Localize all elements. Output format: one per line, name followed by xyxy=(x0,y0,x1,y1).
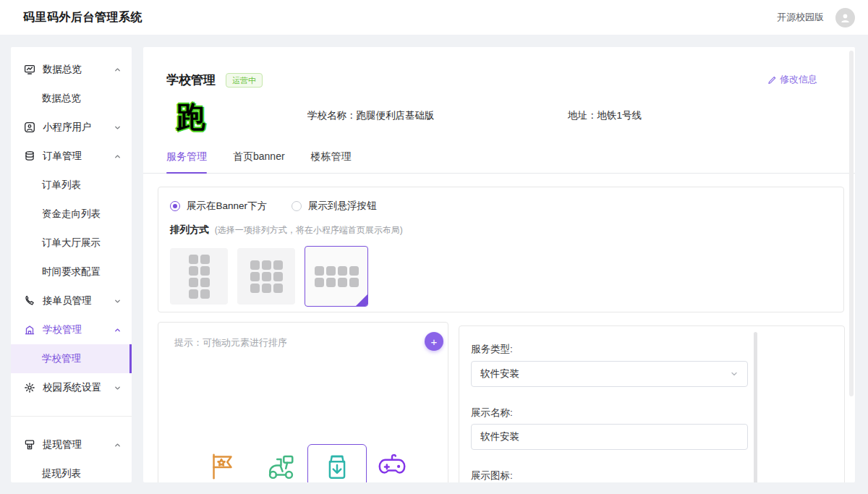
sidebar-item-7[interactable]: 提现管理 xyxy=(11,430,132,459)
grid-cell xyxy=(250,284,260,293)
radio-dot xyxy=(170,201,180,211)
chevron-down-icon xyxy=(114,124,122,132)
sidebar-item-label: 学校管理 xyxy=(43,323,114,336)
grid-cell xyxy=(200,289,210,299)
sidebar-item-1[interactable]: 小程序用户 xyxy=(11,113,132,142)
display-option-box: 展示在Banner下方展示到悬浮按钮 排列方式 (选择一项排列方式，将在小程序端… xyxy=(158,187,844,312)
radio-option-0[interactable]: 展示在Banner下方 xyxy=(170,200,267,213)
service-form: 服务类型: 软件安装 展示名称: 软件安装 展示图标: xyxy=(459,325,845,482)
layout-option-2x4[interactable] xyxy=(170,248,228,305)
grid-cell xyxy=(200,255,210,264)
tab-2[interactable]: 楼栋管理 xyxy=(311,150,352,173)
grid-cell xyxy=(262,284,271,293)
grid-cell xyxy=(262,260,271,270)
grid-cell xyxy=(189,289,198,299)
grid-cell xyxy=(250,272,260,281)
sidebar-subitem[interactable]: 时间要求配置 xyxy=(11,257,132,286)
tab-0[interactable]: 服务管理 xyxy=(166,150,207,173)
sidebar-subitem[interactable]: 订单列表 xyxy=(11,171,132,200)
settings-icon xyxy=(24,382,35,393)
miniprogram-user-icon xyxy=(24,122,35,133)
layout-grid-preview xyxy=(189,255,210,299)
grid-cell xyxy=(338,266,347,276)
sidebar-subitem[interactable]: 数据总览 xyxy=(11,84,132,113)
display-icon-label: 展示图标: xyxy=(471,469,513,482)
courier-icon xyxy=(24,295,35,307)
user-icon xyxy=(839,12,851,24)
data-overview-icon xyxy=(24,64,35,75)
sidebar-item-2[interactable]: 订单管理 xyxy=(11,142,132,171)
sidebar-item-5[interactable]: 校园系统设置 xyxy=(11,373,132,402)
school-name: 学校名称：跑腿便利店基础版 xyxy=(307,109,435,122)
chevron-up-icon xyxy=(114,66,122,74)
sidebar-subitem[interactable]: 学校管理 xyxy=(11,344,132,373)
grid-cell xyxy=(273,272,283,281)
grid-cell xyxy=(189,255,198,264)
chevron-down-icon xyxy=(114,384,122,392)
grid-cell xyxy=(200,266,210,276)
school-logo: 跑 xyxy=(174,99,208,134)
chevron-up-icon xyxy=(114,326,122,334)
service-type-select[interactable]: 软件安装 xyxy=(471,361,748,387)
sidebar-subitem[interactable]: 提现列表 xyxy=(11,459,132,482)
sort-panel: 提示：可拖动元素进行排序 + xyxy=(158,322,448,482)
grid-cell xyxy=(349,278,359,287)
sidebar-divider xyxy=(11,416,132,417)
sidebar-item-3[interactable]: 接单员管理 xyxy=(11,286,132,315)
display-name-input[interactable]: 软件安装 xyxy=(471,424,748,450)
sidebar-item-label: 小程序用户 xyxy=(43,121,114,134)
withdraw-icon xyxy=(24,439,35,451)
grid-cell xyxy=(326,278,336,287)
service-type-label: 服务类型: xyxy=(471,343,513,356)
sidebar-subitem[interactable]: 资金走向列表 xyxy=(11,200,132,229)
layout-option-4x2[interactable] xyxy=(305,246,368,307)
sidebar-item-label: 提现管理 xyxy=(43,438,114,451)
sidebar: 数据总览数据总览小程序用户订单管理订单列表资金走向列表订单大厅展示时间要求配置接… xyxy=(11,47,132,482)
grid-cell xyxy=(273,260,283,270)
edit-info-link[interactable]: 修改信息 xyxy=(767,73,817,86)
display-name-label: 展示名称: xyxy=(471,406,513,420)
page-title: 学校管理 xyxy=(166,72,216,88)
grid-cell xyxy=(338,278,347,287)
grid-cell xyxy=(262,272,271,281)
scooter-icon[interactable] xyxy=(264,449,297,482)
status-badge: 运营中 xyxy=(226,73,263,88)
grid-cell xyxy=(273,284,283,293)
grid-cell xyxy=(315,278,324,287)
service-icon-selected-box[interactable] xyxy=(307,444,367,482)
sidebar-subitem[interactable]: 订单大厅展示 xyxy=(11,229,132,257)
layout-option-3x3[interactable] xyxy=(237,248,295,305)
gamepad-icon[interactable] xyxy=(375,449,409,482)
edition-label: 开源校园版 xyxy=(777,11,824,24)
grid-cell xyxy=(189,266,198,276)
card-scrollbar[interactable] xyxy=(849,51,854,396)
grid-cell xyxy=(200,278,210,287)
sort-hint: 提示：可拖动元素进行排序 xyxy=(174,336,287,349)
add-service-button[interactable]: + xyxy=(425,332,443,351)
edit-icon xyxy=(767,75,777,85)
chevron-down-icon xyxy=(730,370,739,378)
tab-1[interactable]: 首页banner xyxy=(233,150,285,173)
radio-label: 展示到悬浮按钮 xyxy=(308,200,377,213)
tab-bar: 服务管理首页banner楼栋管理 xyxy=(143,150,855,174)
radio-option-1[interactable]: 展示到悬浮按钮 xyxy=(292,200,377,213)
sidebar-item-0[interactable]: 数据总览 xyxy=(11,55,132,84)
sidebar-item-label: 校园系统设置 xyxy=(43,381,114,394)
app-title: 码里码外后台管理系统 xyxy=(23,10,142,25)
avatar[interactable] xyxy=(835,8,855,27)
flag-icon[interactable] xyxy=(206,449,239,482)
chevron-up-icon xyxy=(114,153,122,161)
arrange-hint: (选择一项排列方式，将在小程序端首页展示布局) xyxy=(215,225,403,235)
chevron-down-icon xyxy=(114,297,122,305)
layout-grid-preview xyxy=(250,260,283,293)
sidebar-item-label: 数据总览 xyxy=(43,63,114,76)
grid-cell xyxy=(315,266,324,276)
layout-grid-preview xyxy=(315,266,359,287)
form-scrollbar[interactable] xyxy=(754,332,757,482)
chevron-up-icon xyxy=(114,441,122,449)
sidebar-item-4[interactable]: 学校管理 xyxy=(11,315,132,344)
school-icon xyxy=(24,324,35,336)
radio-dot xyxy=(292,201,302,211)
grid-cell xyxy=(349,266,359,276)
arrange-label: 排列方式 xyxy=(170,224,209,235)
